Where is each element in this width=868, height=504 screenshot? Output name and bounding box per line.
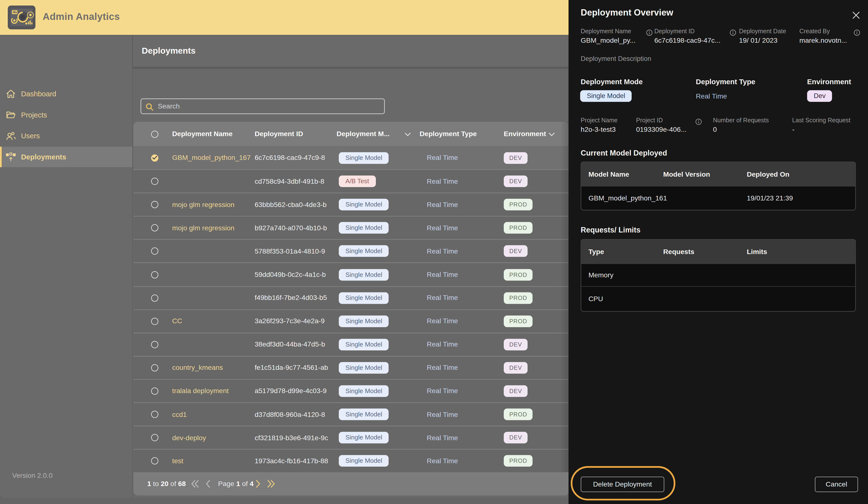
sidebar-item-deployments[interactable]: Deployments (0, 146, 132, 167)
field-value: marek.novotn... (799, 37, 847, 44)
table-row[interactable]: cd758c94-3dbf-491b-8 A/B Test Real Time … (133, 169, 569, 193)
env-badge: PROD (504, 269, 533, 280)
row-checkbox[interactable] (151, 178, 158, 185)
model-col-name: Model Name (581, 171, 663, 178)
cell-id: 1973ac4c-fb16-417b-88 (255, 457, 337, 465)
model-deployed-cell: 19/01/23 21:39 (747, 194, 855, 202)
row-checkbox[interactable] (151, 225, 158, 232)
row-checkbox[interactable] (151, 271, 158, 278)
row-checkbox[interactable] (151, 341, 158, 348)
field-value: 19/ 01/ 2023 (739, 37, 777, 44)
cell-id: 59dd049b-0c2c-4a1c-b (255, 271, 337, 279)
sidebar-item-label: Deployments (21, 152, 66, 161)
first-page-icon[interactable] (190, 480, 200, 488)
pagination-bar: 1 to 20 of 68 Page 1 of 4 (133, 472, 569, 495)
table-row[interactable]: 38edf3d0-44ba-47d5-b Single Model Real T… (133, 332, 569, 356)
limits-table-row: Memory (581, 264, 855, 286)
column-header-env[interactable]: Environment (504, 130, 569, 138)
next-page-icon[interactable] (255, 480, 265, 488)
table-row[interactable]: tralala deployment a5179d78-d99e-4c03-9 … (133, 379, 569, 403)
row-checkbox[interactable] (151, 201, 158, 208)
cell-type: Real Time (420, 294, 504, 302)
mode-badge: Single Model (339, 152, 389, 164)
row-checkbox[interactable] (151, 318, 158, 325)
table-row[interactable]: mojo glm regression 63bbb562-cba0-4de3-b… (133, 193, 569, 216)
mode-badge: Single Model (339, 455, 389, 467)
cell-name[interactable]: dev-deploy (172, 434, 255, 442)
table-row[interactable]: f49bb16f-7be2-4d03-b5 Single Model Real … (133, 286, 569, 309)
sidebar-item-projects[interactable]: Projects (0, 105, 132, 125)
cell-id: cd758c94-3dbf-491b-8 (255, 177, 337, 185)
last-page-icon[interactable] (266, 480, 276, 488)
info-icon[interactable] (646, 28, 652, 35)
table-row[interactable]: country_kmeans fe1c51da-9c77-4561-ab Sin… (133, 356, 569, 379)
cell-name[interactable]: mojo glm regression (172, 224, 255, 232)
chevron-down-icon[interactable] (404, 131, 411, 137)
info-icon[interactable] (695, 117, 702, 124)
sidebar-item-dashboard[interactable]: Dashboard (0, 83, 132, 104)
sidebar-item-label: Users (21, 132, 40, 140)
cell-name[interactable]: CC (172, 317, 255, 325)
deployment-overview-panel: Deployment Overview Deployment Name Depl… (569, 0, 868, 504)
cell-name[interactable]: tralala deployment (172, 387, 255, 395)
env-badge: PROD (504, 222, 533, 234)
sidebar-item-users[interactable]: Users (0, 126, 132, 146)
cell-name[interactable]: mojo glm regression (172, 201, 255, 208)
table-row[interactable]: mojo glm regression b927a740-a070-4b10-b… (133, 216, 569, 239)
previous-page-icon[interactable] (205, 480, 215, 488)
column-header-id[interactable]: Deployment ID (255, 130, 337, 138)
page-count: 4 (250, 480, 254, 488)
cell-name[interactable]: GBM_model_python_167 (172, 154, 255, 162)
cell-name[interactable]: ccd1 (172, 411, 255, 418)
info-icon[interactable] (854, 28, 860, 35)
cell-id: fe1c51da-9c77-4561-ab (255, 364, 337, 372)
table-row[interactable]: 5788f353-01a4-4810-9 Single Model Real T… (133, 239, 569, 263)
sidebar-item-label: Dashboard (21, 90, 56, 98)
cell-name[interactable]: country_kmeans (172, 364, 255, 372)
sidebar-item-label: Projects (21, 111, 47, 119)
field-label: Deployment Name (581, 28, 631, 34)
row-checkbox[interactable] (151, 248, 158, 255)
delete-deployment-button[interactable]: Delete Deployment (581, 476, 664, 492)
cell-type: Real Time (420, 387, 504, 395)
cell-name[interactable]: test (172, 457, 255, 465)
table-row[interactable]: CC 3a26f293-7c3e-4e2a-9 Single Model Rea… (133, 309, 569, 332)
limits-type-cell: Memory (581, 271, 663, 279)
table-row[interactable]: GBM_model_python_167 6c7c6198-cac9-47c9-… (133, 146, 569, 169)
field-label: Last Scoring Request (792, 117, 850, 123)
env-badge: DEV (504, 432, 528, 444)
pagination-page: Page 1 of 4 (218, 472, 254, 495)
mode-badge: Single Model (339, 432, 389, 444)
close-icon[interactable] (852, 11, 862, 21)
row-checkbox[interactable] (151, 294, 158, 302)
screen: Admin Analytics Dashboard Projects (0, 0, 868, 504)
table-row[interactable]: 59dd049b-0c2c-4a1c-b Single Model Real T… (133, 263, 569, 286)
row-checkbox[interactable] (151, 434, 158, 441)
mode-badge: Single Model (339, 269, 389, 280)
row-checkbox[interactable] (151, 388, 158, 395)
column-header-name[interactable]: Deployment Name (172, 130, 255, 138)
row-checkbox[interactable] (151, 364, 158, 371)
row-checkbox[interactable] (151, 411, 158, 418)
table-row[interactable]: dev-deploy cf321819-b3e6-491e-9c Single … (133, 426, 569, 449)
cell-type: Real Time (420, 457, 504, 465)
info-icon[interactable] (730, 28, 736, 35)
column-header-type[interactable]: Deployment Type (420, 130, 504, 138)
search-input[interactable] (157, 99, 378, 113)
field-value: 0 (713, 126, 717, 133)
table-row[interactable]: test 1973ac4c-fb16-417b-88 Single Model … (133, 449, 569, 472)
cell-type: Real Time (420, 411, 504, 418)
limits-section-heading: Requests/ Limits (581, 226, 640, 234)
row-checkbox[interactable] (151, 457, 158, 465)
table-row[interactable]: ccd1 d37d8f08-960a-4120-8 Single Model R… (133, 403, 569, 426)
page-number: 1 (236, 480, 240, 488)
chevron-down-icon[interactable] (548, 131, 555, 137)
env-badge: PROD (504, 409, 533, 420)
cancel-button[interactable]: Cancel (815, 476, 858, 492)
mode-badge: Single Model (580, 90, 632, 102)
env-badge: DEV (504, 362, 528, 374)
select-all-checkbox[interactable] (151, 130, 158, 137)
model-table-header: Model Name Model Version Deployed On (581, 162, 855, 186)
field-label: Created By (799, 28, 830, 34)
row-checkbox[interactable] (151, 154, 158, 161)
